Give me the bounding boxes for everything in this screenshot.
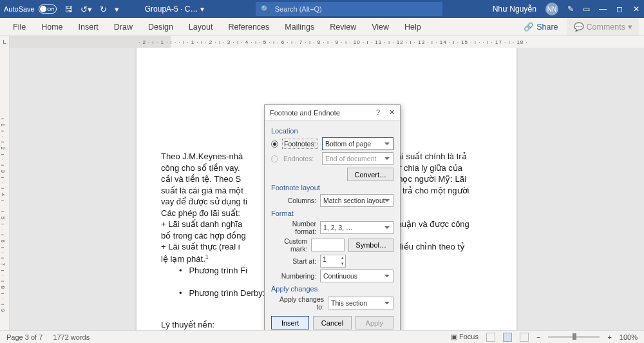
tab-review[interactable]: Review <box>322 18 364 35</box>
save-icon[interactable]: 🖫 <box>64 5 73 14</box>
pen-icon[interactable]: ✎ <box>567 5 574 14</box>
maximize-icon[interactable]: ◻ <box>616 5 623 14</box>
dialog-close-icon[interactable]: ✕ <box>389 108 395 117</box>
horizontal-ruler[interactable]: · 2 · ı · 1 · ı · · ı · 1 · ı · 2 · ı · … <box>10 36 644 48</box>
undo-icon[interactable]: ↺▾ <box>80 5 92 14</box>
endnotes-label: Endnotes: <box>282 155 318 162</box>
view-web-icon[interactable] <box>520 333 529 342</box>
horizontal-ruler-row: L · 2 · ı · 1 · ı · · ı · 1 · ı · 2 · ı … <box>0 36 644 48</box>
share-button[interactable]: 🔗 Share <box>518 18 563 35</box>
custom-mark-label: Custom mark: <box>271 237 307 253</box>
footnote-endnote-dialog: Footnote and Endnote ? ✕ Location Footno… <box>264 104 401 331</box>
footnotes-combo[interactable]: Bottom of page <box>322 137 393 150</box>
numbering-combo[interactable]: Continuous <box>320 270 393 282</box>
minimize-icon[interactable]: — <box>599 5 607 14</box>
apply-button[interactable]: Apply <box>355 316 393 329</box>
custom-mark-input[interactable] <box>311 239 345 251</box>
endnotes-combo: End of document <box>322 152 393 165</box>
ruler-corner: L <box>0 36 10 48</box>
autosave-switch[interactable]: Off <box>39 5 57 14</box>
tab-references[interactable]: References <box>220 18 277 35</box>
start-at-label: Start at: <box>271 257 316 265</box>
autosave-toggle[interactable]: AutoSave Off <box>4 5 57 14</box>
window-icon[interactable]: ▭ <box>583 5 590 14</box>
ribbon-tabs: File Home Insert Draw Design Layout Refe… <box>0 18 644 36</box>
zoom-in-icon[interactable]: + <box>607 333 611 341</box>
view-print-icon[interactable] <box>503 333 512 342</box>
footnotes-radio[interactable] <box>271 141 278 148</box>
search-icon: 🔍 <box>261 5 270 14</box>
tab-mailings[interactable]: Mailings <box>277 18 322 35</box>
endnotes-radio[interactable] <box>271 155 278 162</box>
quick-access-toolbar: 🖫 ↺▾ ↻ ▾ <box>64 5 119 14</box>
number-format-combo[interactable]: 1, 2, 3, … <box>320 221 393 234</box>
section-location: Location <box>271 127 393 135</box>
footnotes-label: Footnotes: <box>282 139 318 149</box>
search-box[interactable]: 🔍 Search (Alt+Q) <box>256 2 442 16</box>
close-icon[interactable]: ✕ <box>632 5 640 14</box>
number-format-label: Number format: <box>271 220 316 235</box>
numbering-label: Numbering: <box>271 272 316 280</box>
cancel-button[interactable]: Cancel <box>313 316 351 329</box>
tab-view[interactable]: View <box>364 18 397 35</box>
qat-dropdown-icon[interactable]: ▾ <box>115 5 119 14</box>
apply-to-label: Apply changes to: <box>271 295 324 311</box>
user-name[interactable]: Như Nguyễn <box>493 5 536 14</box>
dialog-title: Footnote and Endnote <box>270 109 340 117</box>
tab-insert[interactable]: Insert <box>71 18 106 35</box>
status-bar: Page 3 of 7 1772 words ▣ Focus − + 100% <box>0 330 644 343</box>
page-indicator[interactable]: Page 3 of 7 <box>6 333 43 341</box>
insert-button[interactable]: Insert <box>271 316 309 329</box>
view-read-icon[interactable] <box>486 333 495 342</box>
section-format: Format <box>271 210 393 217</box>
tab-layout[interactable]: Layout <box>181 18 221 35</box>
zoom-level[interactable]: 100% <box>620 333 638 341</box>
tab-home[interactable]: Home <box>33 18 70 35</box>
document-canvas[interactable]: Theo J.M.Keynes-nhàg: Lãi suất chính là … <box>10 48 644 331</box>
dialog-titlebar[interactable]: Footnote and Endnote ? ✕ <box>265 105 400 121</box>
autosave-label: AutoSave <box>4 5 35 13</box>
zoom-out-icon[interactable]: − <box>536 333 540 341</box>
word-count[interactable]: 1772 words <box>53 333 90 341</box>
tab-design[interactable]: Design <box>140 18 181 35</box>
dialog-help-icon[interactable]: ? <box>376 108 380 117</box>
tab-draw[interactable]: Draw <box>106 18 140 35</box>
zoom-slider[interactable] <box>548 336 600 338</box>
columns-combo[interactable]: Match section layout <box>320 194 393 207</box>
section-layout: Footnote layout <box>271 184 393 191</box>
apply-to-combo[interactable]: This section <box>328 297 393 309</box>
convert-button[interactable]: Convert… <box>347 168 393 181</box>
document-title[interactable]: GroupA-5 · C… ▾ <box>145 5 204 14</box>
vertical-ruler[interactable]: ı 1 ı · ı 2 ı · ı 3 ı · ı 4 ı · ı 5 ı · … <box>0 48 10 331</box>
comments-button[interactable]: 💬 Comments ▾ <box>567 18 639 35</box>
title-bar: AutoSave Off 🖫 ↺▾ ↻ ▾ GroupA-5 · C… ▾ 🔍 … <box>0 0 644 18</box>
focus-mode[interactable]: ▣ Focus <box>451 333 478 341</box>
symbol-button[interactable]: Symbol… <box>348 239 393 252</box>
columns-label: Columns: <box>271 197 316 204</box>
redo-icon[interactable]: ↻ <box>100 5 107 14</box>
section-apply: Apply changes <box>271 285 393 293</box>
search-placeholder: Search (Alt+Q) <box>275 5 322 13</box>
tab-file[interactable]: File <box>5 18 33 35</box>
start-at-spinner[interactable]: 1 <box>320 255 346 268</box>
user-avatar[interactable]: NN <box>545 3 558 15</box>
tab-help[interactable]: Help <box>397 18 429 35</box>
